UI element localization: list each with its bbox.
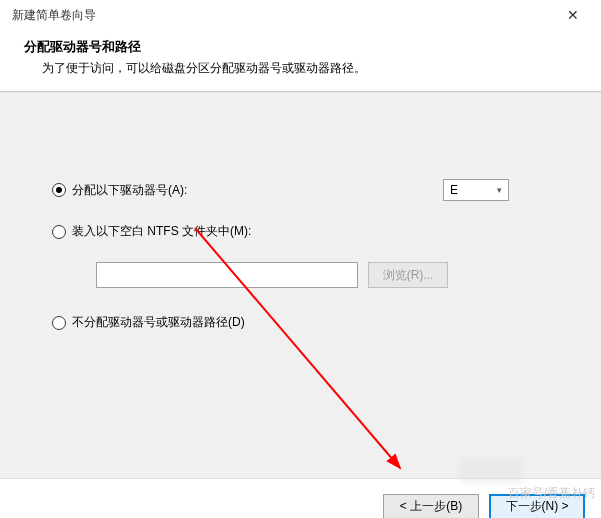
option-assign-drive-label: 分配以下驱动器号(A): bbox=[72, 182, 187, 199]
close-icon: ✕ bbox=[567, 7, 579, 23]
window-title: 新建简单卷向导 bbox=[12, 7, 96, 24]
close-button[interactable]: ✕ bbox=[553, 2, 593, 28]
page-description: 为了便于访问，可以给磁盘分区分配驱动器号或驱动器路径。 bbox=[24, 60, 577, 77]
mount-controls: 浏览(R)... bbox=[96, 262, 549, 288]
drive-letter-value: E bbox=[450, 183, 458, 197]
content-panel: 分配以下驱动器号(A): E ▾ 装入以下空白 NTFS 文件夹中(M): 浏览… bbox=[0, 92, 601, 478]
option-no-assign[interactable]: 不分配驱动器号或驱动器路径(D) bbox=[52, 314, 549, 331]
wizard-footer: < 上一步(B) 下一步(N) > bbox=[0, 478, 601, 518]
option-mount-folder[interactable]: 装入以下空白 NTFS 文件夹中(M): bbox=[52, 223, 549, 240]
next-button[interactable]: 下一步(N) > bbox=[489, 494, 585, 519]
option-assign-drive[interactable]: 分配以下驱动器号(A): E ▾ bbox=[52, 179, 549, 201]
option-mount-folder-label: 装入以下空白 NTFS 文件夹中(M): bbox=[72, 223, 251, 240]
mount-path-input bbox=[96, 262, 358, 288]
radio-assign-drive[interactable] bbox=[52, 183, 66, 197]
drive-letter-select[interactable]: E ▾ bbox=[443, 179, 509, 201]
browse-button: 浏览(R)... bbox=[368, 262, 448, 288]
page-title: 分配驱动器号和路径 bbox=[24, 38, 577, 56]
option-no-assign-label: 不分配驱动器号或驱动器路径(D) bbox=[72, 314, 245, 331]
radio-no-assign[interactable] bbox=[52, 316, 66, 330]
wizard-header: 分配驱动器号和路径 为了便于访问，可以给磁盘分区分配驱动器号或驱动器路径。 bbox=[0, 30, 601, 92]
title-bar: 新建简单卷向导 ✕ bbox=[0, 0, 601, 30]
radio-mount-folder[interactable] bbox=[52, 225, 66, 239]
back-button[interactable]: < 上一步(B) bbox=[383, 494, 479, 519]
chevron-down-icon: ▾ bbox=[497, 185, 502, 195]
